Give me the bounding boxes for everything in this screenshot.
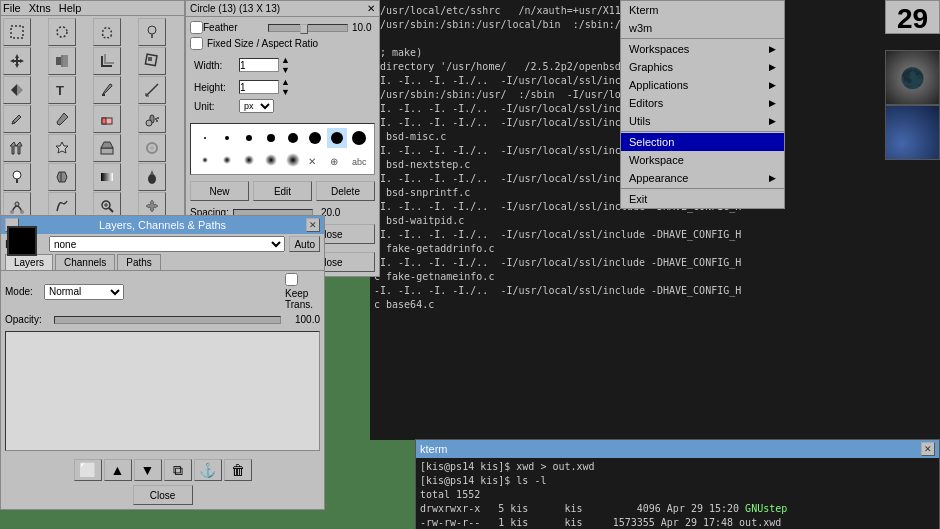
anchor-layer-button[interactable]: ⚓: [194, 459, 222, 481]
text-tool[interactable]: T: [48, 76, 76, 104]
menu-item-workspace[interactable]: Workspace: [621, 151, 784, 169]
brush-dot-fuzzy[interactable]: [239, 150, 259, 170]
measure-tool[interactable]: [138, 76, 166, 104]
move-tool[interactable]: [3, 47, 31, 75]
brush-dot-fuzzy[interactable]: ✕: [305, 150, 325, 170]
brush-dot-fuzzy[interactable]: [195, 150, 215, 170]
opacity-slider[interactable]: [54, 316, 281, 324]
delete-brush-button[interactable]: Delete: [316, 181, 375, 201]
tab-channels[interactable]: Channels: [55, 254, 115, 270]
brush-dot-fuzzy[interactable]: [217, 150, 237, 170]
brush-title-text: Circle (13) (13 X 13): [190, 3, 280, 14]
pencil-tool[interactable]: [3, 105, 31, 133]
kterm-close-button[interactable]: ✕: [921, 442, 935, 456]
transform-tool[interactable]: [138, 47, 166, 75]
height-input[interactable]: [239, 80, 279, 94]
brush-dot[interactable]: [195, 128, 215, 148]
airbrush-tool[interactable]: [138, 105, 166, 133]
brush-dot[interactable]: [327, 128, 347, 148]
lasso-tool[interactable]: [93, 18, 121, 46]
svg-point-44: [288, 133, 298, 143]
menu-item-applications[interactable]: Applications ▶: [621, 76, 784, 94]
brush-dot[interactable]: [349, 128, 369, 148]
brush-dot-fuzzy[interactable]: abc: [349, 150, 369, 170]
fixed-size-checkbox[interactable]: [190, 37, 203, 50]
edit-brush-button[interactable]: Edit: [253, 181, 312, 201]
heal-tool[interactable]: [48, 134, 76, 162]
fuzzy-select-tool[interactable]: [138, 18, 166, 46]
image-select[interactable]: none: [49, 236, 285, 252]
menu-item-workspaces[interactable]: Workspaces ▶: [621, 40, 784, 58]
svg-point-27: [150, 146, 154, 150]
menu-item-editors[interactable]: Editors ▶: [621, 94, 784, 112]
menu-item-w3m[interactable]: w3m: [621, 19, 784, 37]
brush-dot[interactable]: [283, 128, 303, 148]
brush-dot[interactable]: [261, 128, 281, 148]
menu-item-graphics[interactable]: Graphics ▶: [621, 58, 784, 76]
menu-item-editors-label: Editors: [629, 97, 663, 109]
xtns-menu[interactable]: Xtns: [29, 2, 51, 14]
menu-item-selection[interactable]: Selection: [621, 133, 784, 151]
keep-trans-checkbox[interactable]: [285, 273, 298, 286]
svg-point-31: [148, 174, 156, 184]
feather-checkbox[interactable]: [190, 21, 203, 34]
help-menu[interactable]: Help: [59, 2, 82, 14]
clone-tool[interactable]: [3, 134, 31, 162]
rect-select-tool[interactable]: [3, 18, 31, 46]
menu-item-appearance[interactable]: Appearance ▶: [621, 169, 784, 187]
brush-dot-fuzzy[interactable]: [283, 150, 303, 170]
raise-layer-button[interactable]: ▲: [104, 459, 132, 481]
paintbrush-tool[interactable]: [48, 105, 76, 133]
brush-panel-close[interactable]: ✕: [367, 3, 375, 14]
blur-tool[interactable]: [138, 134, 166, 162]
layers-titlebar: _ Layers, Channels & Paths ✕: [1, 216, 324, 234]
svg-point-35: [15, 202, 19, 206]
unit-select[interactable]: px in mm: [239, 99, 274, 113]
titlebar-icons: ✕: [306, 218, 320, 232]
brush-dot[interactable]: [305, 128, 325, 148]
height-arrow[interactable]: ▲▼: [281, 77, 290, 97]
flip-tool[interactable]: [3, 76, 31, 104]
svg-text:✕: ✕: [308, 156, 316, 167]
new-layer-button[interactable]: ⬜: [74, 459, 102, 481]
duplicate-layer-button[interactable]: ⧉: [164, 459, 192, 481]
tab-layers[interactable]: Layers: [5, 254, 53, 270]
brush-dot-fuzzy[interactable]: [261, 150, 281, 170]
ink-tool[interactable]: [138, 163, 166, 191]
layers-close-button[interactable]: Close: [133, 485, 193, 505]
bucket-fill-tool[interactable]: [48, 163, 76, 191]
eraser-tool[interactable]: [93, 105, 121, 133]
mode-select[interactable]: Normal: [44, 284, 124, 300]
tab-paths[interactable]: Paths: [117, 254, 161, 270]
file-menu[interactable]: File: [3, 2, 21, 14]
ellipse-select-tool[interactable]: [48, 18, 76, 46]
delete-layer-button[interactable]: 🗑: [224, 459, 252, 481]
svg-point-23: [156, 120, 158, 122]
menu-item-utils[interactable]: Utils ▶: [621, 112, 784, 130]
align-tool[interactable]: [48, 47, 76, 75]
width-row: Width: ▲▼: [194, 55, 371, 75]
svg-text:abc: abc: [352, 157, 367, 167]
width-input[interactable]: [239, 58, 279, 72]
brush-dot-fuzzy[interactable]: ⊕: [327, 150, 347, 170]
menu-item-exit[interactable]: Exit: [621, 190, 784, 208]
eyedropper-tool[interactable]: [93, 76, 121, 104]
auto-button[interactable]: Auto: [289, 236, 320, 252]
width-arrow[interactable]: ▲▼: [281, 55, 290, 75]
blend-tool[interactable]: [93, 163, 121, 191]
titlebar-close-icon[interactable]: ✕: [306, 218, 320, 232]
kterm-line-5: -rw-rw-r-- 1 kis kis 1573355 Apr 29 17:4…: [420, 516, 935, 529]
mode-label: Mode:: [5, 286, 40, 297]
perspective-clone-tool[interactable]: [93, 134, 121, 162]
new-brush-button[interactable]: New: [190, 181, 249, 201]
menu-item-kterm[interactable]: Kterm: [621, 1, 784, 19]
feather-slider[interactable]: [268, 24, 348, 32]
dodge-tool[interactable]: [3, 163, 31, 191]
unit-label: Unit:: [194, 101, 239, 112]
lower-layer-button[interactable]: ▼: [134, 459, 162, 481]
foreground-color-swatch[interactable]: [7, 226, 37, 256]
kterm-line-3: total 1552: [420, 488, 935, 502]
brush-dot[interactable]: [217, 128, 237, 148]
brush-dot[interactable]: [239, 128, 259, 148]
crop-tool[interactable]: [93, 47, 121, 75]
